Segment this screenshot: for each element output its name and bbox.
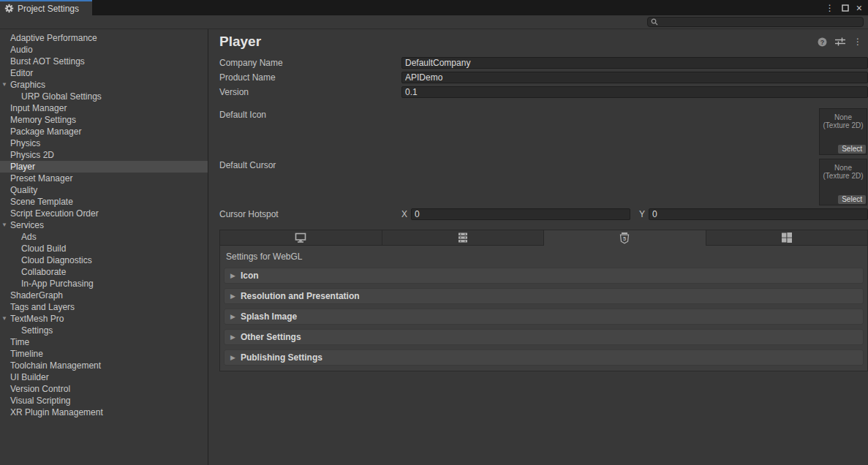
default-cursor-select-button[interactable]: Select [838,195,866,204]
section-splash-image[interactable]: ▶ Splash Image [224,309,864,325]
sidebar-item-in-app-purchasing[interactable]: In-App Purchasing [0,278,208,290]
product-name-field[interactable] [401,72,868,83]
texture-none-title: None [820,113,867,121]
sidebar-item-graphics[interactable]: ▼Graphics [0,79,208,91]
svg-text:5: 5 [623,235,626,242]
settings-for-platform-label: Settings for WebGL [220,246,867,268]
cursor-hotspot-row: Cursor Hotspot X Y [219,208,868,220]
sidebar-item-tags-and-layers[interactable]: Tags and Layers [0,301,208,313]
version-label: Version [219,87,401,97]
window-controls: ⋮ × [826,0,868,15]
tab-windows-store-platform[interactable] [706,230,868,246]
hotspot-x-field[interactable] [411,208,630,220]
sidebar-item-adaptive-performance[interactable]: Adaptive Performance [0,32,208,44]
project-settings-window: Project Settings ⋮ × Adaptive Performanc… [0,0,868,465]
sidebar-item-package-manager[interactable]: Package Manager [0,126,208,137]
project-settings-tab[interactable]: Project Settings [0,0,92,15]
help-icon[interactable]: ? [818,37,827,47]
default-icon-row: Default Icon None (Texture 2D) Select [219,108,868,155]
sidebar-item-cloud-build[interactable]: Cloud Build [0,243,208,254]
window-menu-icon[interactable]: ⋮ [826,3,834,13]
caret-down-icon[interactable]: ▼ [1,219,7,231]
search-box[interactable] [647,17,864,27]
tab-desktop-platform[interactable] [219,230,382,246]
platform-settings-panel: Settings for WebGL ▶ Icon ▶ Resolution a… [219,246,868,371]
monitor-icon [295,232,306,243]
close-icon[interactable]: × [856,4,862,12]
server-icon [458,232,468,243]
company-name-field[interactable] [401,57,868,69]
search-input[interactable] [658,18,863,26]
sidebar-item-toolchain-management[interactable]: Toolchain Management [0,360,208,371]
fold-right-icon: ▶ [230,354,235,361]
sidebar-item-ads[interactable]: Ads [0,231,208,243]
sidebar-item-preset-manager[interactable]: Preset Manager [0,173,208,184]
sidebar-item-xr-plugin-management[interactable]: XR Plugin Management [0,407,208,418]
platform-tab-strip: 5 [219,230,868,246]
version-field[interactable] [401,86,868,98]
company-name-label: Company Name [219,58,401,68]
fold-right-icon: ▶ [230,272,235,279]
settings-sidebar: Adaptive Performance Audio Burst AOT Set… [0,29,208,465]
hotspot-x-label: X [401,209,407,219]
sidebar-item-ui-builder[interactable]: UI Builder [0,371,208,383]
sidebar-item-cloud-diagnostics[interactable]: Cloud Diagnostics [0,254,208,266]
section-other-settings[interactable]: ▶ Other Settings [224,329,864,345]
sidebar-item-quality[interactable]: Quality [0,184,208,196]
svg-text:?: ? [820,38,825,45]
texture-none-type: (Texture 2D) [820,121,867,129]
hotspot-y-label: Y [639,209,645,219]
hotspot-y-field[interactable] [649,208,868,220]
caret-down-icon[interactable]: ▼ [1,79,7,91]
sidebar-item-input-manager[interactable]: Input Manager [0,102,208,114]
caret-down-icon[interactable]: ▼ [1,313,7,325]
sidebar-item-script-execution-order[interactable]: Script Execution Order [0,208,208,219]
gear-icon [4,4,14,13]
sidebar-item-memory-settings[interactable]: Memory Settings [0,114,208,126]
sidebar-item-timeline[interactable]: Timeline [0,348,208,360]
texture-none-title: None [820,164,867,172]
player-settings-panel: Player ? ⋮ Co [208,29,868,465]
title-bar: Project Settings ⋮ × [0,0,868,15]
sidebar-item-player[interactable]: Player [0,161,208,173]
section-publishing-settings[interactable]: ▶ Publishing Settings [224,349,864,366]
sidebar-item-collaborate[interactable]: Collaborate [0,266,208,278]
default-cursor-texture-slot[interactable]: None (Texture 2D) Select [819,159,867,205]
sidebar-item-physics-2d[interactable]: Physics 2D [0,149,208,161]
page-title: Player [219,34,261,50]
sidebar-item-textmesh-pro[interactable]: ▼TextMesh Pro [0,313,208,325]
tab-dedicated-server-platform[interactable] [382,230,545,246]
webgl-icon: 5 [619,232,630,244]
sidebar-item-services[interactable]: ▼Services [0,219,208,231]
company-name-row: Company Name [219,57,868,69]
sidebar-item-tmp-settings[interactable]: Settings [0,325,208,336]
default-icon-label: Default Icon [219,108,401,120]
default-cursor-row: Default Cursor None (Texture 2D) Select [219,159,868,205]
sidebar-item-urp-global-settings[interactable]: URP Global Settings [0,91,208,102]
default-cursor-label: Default Cursor [219,159,401,170]
tab-webgl-platform[interactable]: 5 [544,230,706,246]
sidebar-item-burst-aot-settings[interactable]: Burst AOT Settings [0,56,208,67]
panel-menu-icon[interactable]: ⋮ [853,37,862,47]
presets-icon[interactable] [835,37,845,46]
sidebar-item-visual-scripting[interactable]: Visual Scripting [0,395,208,407]
maximize-icon[interactable] [842,4,849,12]
sidebar-item-audio[interactable]: Audio [0,44,208,56]
sidebar-item-physics[interactable]: Physics [0,137,208,149]
sidebar-item-shadergraph[interactable]: ShaderGraph [0,290,208,301]
fold-right-icon: ▶ [230,313,235,320]
toolbar [0,15,868,29]
sidebar-item-version-control[interactable]: Version Control [0,383,208,395]
search-icon [651,18,658,26]
sidebar-item-editor[interactable]: Editor [0,67,208,79]
sidebar-item-time[interactable]: Time [0,336,208,348]
windows-icon [782,232,792,243]
cursor-hotspot-label: Cursor Hotspot [219,209,401,219]
default-icon-texture-slot[interactable]: None (Texture 2D) Select [819,108,867,155]
fold-right-icon: ▶ [230,292,235,300]
section-icon[interactable]: ▶ Icon [224,268,864,284]
sidebar-item-scene-template[interactable]: Scene Template [0,196,208,208]
section-resolution-and-presentation[interactable]: ▶ Resolution and Presentation [224,288,864,304]
default-icon-select-button[interactable]: Select [838,145,866,154]
product-name-label: Product Name [219,72,401,83]
